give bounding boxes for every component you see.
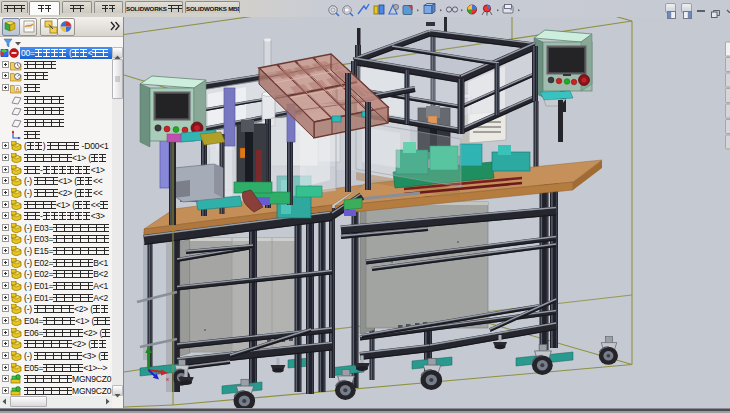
svg-text:x: x <box>166 376 169 382</box>
svg-text:A: A <box>16 86 20 92</box>
